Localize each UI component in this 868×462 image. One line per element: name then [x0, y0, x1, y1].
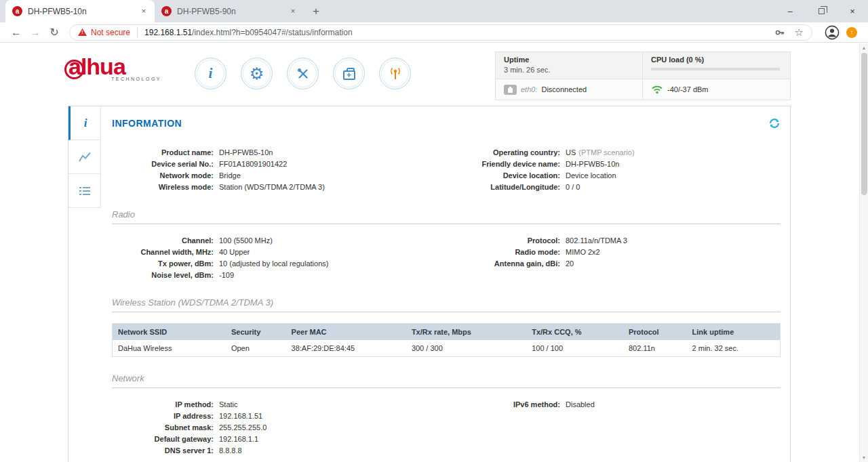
scrollbar-thumb[interactable] [861, 53, 867, 195]
radio-section: Radio Channel: 100 (5500 MHz) [112, 209, 781, 281]
warning-mark: ! [81, 29, 83, 36]
field-row: Operating country: US (PTMP scenario) [446, 147, 781, 159]
field-row: Channel width, MHz: 40 Upper [112, 247, 446, 258]
table-header-cell: Peer MAC [286, 324, 406, 341]
device-status-panel: Uptime 3 min. 26 sec. CPU load (0 %) [495, 51, 791, 100]
list-icon [79, 186, 90, 196]
network-section-heading: Network [112, 373, 781, 388]
wireless-signal-status: -40/-37 dBm [643, 79, 790, 100]
field-value: -109 [219, 270, 234, 281]
field-value: FF01A18091901422 [219, 159, 287, 170]
tab-dh-pfwb5-90n[interactable]: a DH-PFWB5-90n × [155, 0, 304, 22]
field-row: Channel: 100 (5500 MHz) [112, 235, 446, 247]
table-header-cell: Network SSID [113, 324, 226, 341]
cell-peer-mac: 38:AF:29:DE:84:45 [286, 340, 406, 357]
field-value: 10 (adjusted by local regulations) [219, 258, 328, 270]
field-value: 255.255.255.0 [219, 422, 267, 434]
maintenance-kit-icon: + [343, 70, 355, 80]
cell-txrx-ccq: 100 / 100 [526, 340, 623, 357]
field-row: Antenna gain, dBi: 20 [446, 258, 781, 270]
forward-button[interactable]: → [26, 26, 45, 39]
tab-dh-pfwb5-10n[interactable]: a DH-PFWB5-10n × [5, 0, 155, 22]
wifi-signal-icon [651, 85, 663, 94]
nav-antenna-alignment-button[interactable] [379, 58, 411, 89]
tab-close-icon[interactable]: × [288, 6, 298, 17]
field-note: (PTMP scenario) [578, 147, 634, 159]
table-header-cell: Tx/Rx CCQ, % [526, 324, 623, 341]
uptime-cell: Uptime 3 min. 26 sec. [496, 52, 643, 79]
cpu-load-cell: CPU load (0 %) [643, 52, 790, 79]
tab-strip: a DH-PFWB5-10n × a DH-PFWB5-90n × + – × [0, 0, 868, 22]
back-button[interactable]: ← [7, 26, 26, 39]
field-value: 802.11a/n/TDMA 3 [566, 235, 627, 247]
tab-close-icon[interactable]: × [138, 6, 149, 17]
field-row: IPv6 method: Disabled [446, 399, 781, 411]
field-row: IP method: Static [112, 399, 446, 411]
field-label: Channel width, MHz: [112, 247, 214, 258]
vertical-scrollbar[interactable]: ▲ ▼ [859, 43, 868, 462]
new-tab-button[interactable]: + [307, 3, 326, 20]
nav-tools-button[interactable] [287, 58, 319, 89]
favicon-letter: a [16, 8, 20, 15]
restore-button[interactable] [806, 0, 837, 22]
chart-icon [79, 152, 91, 163]
profile-avatar-icon[interactable] [825, 25, 840, 40]
key-icon[interactable] [774, 27, 785, 38]
wireless-station-table: Network SSIDSecurityPeer MACTx/Rx rate, … [112, 323, 781, 357]
side-nav: i [68, 106, 101, 208]
wireless-section-heading: Wireless Station (WDS/TDMA 2/TDMA 3) [112, 297, 781, 312]
field-row: IP address: 192.168.1.51 [112, 411, 446, 422]
scroll-down-icon[interactable]: ▼ [860, 453, 868, 462]
field-value: 192.168.1.51 [219, 411, 262, 422]
plus-mark: + [347, 71, 351, 79]
sidebar-item-statistics[interactable] [68, 140, 101, 174]
url-path: /index.html?h=b0954047#/status/informati… [192, 28, 353, 37]
browser-update-badge[interactable]: ↑ [846, 27, 857, 38]
field-value: Bridge [219, 170, 241, 182]
nav-maintenance-button[interactable]: + [333, 58, 365, 89]
close-window-button[interactable]: × [837, 0, 868, 22]
field-row: DNS server 1: 8.8.8.8 [112, 445, 446, 457]
restore-icon [818, 8, 825, 14]
nav-settings-button[interactable]: ⚙ [241, 58, 273, 89]
sidebar-item-list[interactable] [68, 174, 101, 208]
info-icon: i [209, 65, 213, 82]
tab-title: DH-PFWB5-90n [177, 7, 282, 16]
browser-toolbar: ← → ↻ ! Not secure 192.168.1.51/index.ht… [0, 22, 868, 43]
field-value: 192.168.1.1 [219, 434, 258, 445]
information-card: i [68, 106, 791, 462]
scroll-up-icon[interactable]: ▲ [860, 43, 868, 52]
minimize-button[interactable]: – [774, 0, 806, 22]
field-value: 0 / 0 [566, 182, 580, 193]
window-controls: – × [774, 0, 868, 22]
uptime-value: 3 min. 26 sec. [504, 66, 634, 74]
bookmark-star-icon[interactable]: ☆ [795, 26, 804, 39]
information-content: INFORMATION [101, 106, 790, 462]
field-label: Subnet mask: [112, 422, 214, 434]
field-row: Latitude/Longitude: 0 / 0 [446, 182, 781, 193]
nav-status-button[interactable]: i [195, 58, 226, 89]
field-row: Protocol: 802.11a/n/TDMA 3 [446, 235, 781, 247]
field-row: Tx power, dBm: 10 (adjusted by local reg… [112, 258, 446, 270]
sidebar-item-information[interactable]: i [68, 106, 101, 140]
field-value: Static [219, 399, 238, 411]
field-value: Disabled [566, 399, 595, 411]
refresh-button[interactable] [768, 117, 781, 129]
dahua-logo[interactable]: alhua TECHNOLOGY [66, 54, 161, 81]
field-label: Network mode: [112, 170, 214, 182]
address-bar[interactable]: ! Not secure 192.168.1.51/index.html?h=b… [69, 24, 812, 41]
logo-wordmark: alhua [66, 54, 125, 79]
cell-ssid: DaHua Wireless [113, 340, 226, 357]
field-value: 20 [566, 258, 574, 270]
reload-button[interactable]: ↻ [45, 26, 64, 39]
field-row: Radio mode: MIMO 2x2 [446, 247, 781, 258]
cpu-load-bar [651, 68, 780, 70]
cell-security: Open [226, 340, 286, 357]
field-row: Device location: Device location [446, 170, 781, 182]
table-header-cell: Tx/Rx rate, Mbps [406, 324, 526, 341]
dahua-favicon: a [12, 6, 22, 16]
browser-window: a DH-PFWB5-10n × a DH-PFWB5-90n × + – × … [0, 0, 868, 462]
field-label: DNS server 1: [112, 445, 214, 457]
field-value: DH-PFWB5-10n [219, 147, 273, 159]
url-host: 192.168.1.51 [144, 28, 192, 37]
